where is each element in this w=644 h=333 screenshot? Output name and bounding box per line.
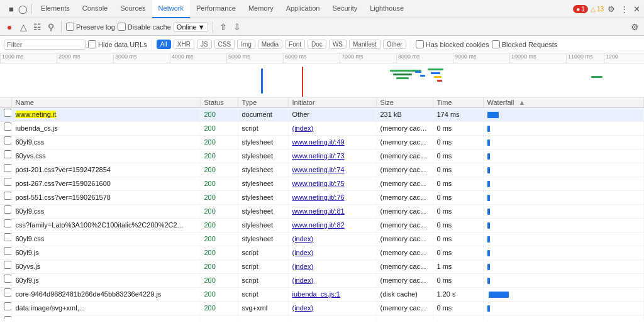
row-initiator-link[interactable]: (index) [292, 235, 314, 243]
tab-performance[interactable]: Performance [190, 0, 242, 18]
row-checkbox[interactable] [4, 205, 11, 214]
preserve-log-checkbox[interactable]: Preserve log [66, 23, 115, 31]
row-initiator[interactable]: (index):315 [288, 315, 376, 320]
filter-media-btn[interactable]: Media [258, 40, 282, 49]
row-initiator-link[interactable]: (index) [292, 249, 314, 256]
device-icon[interactable]: ◯ [18, 4, 28, 14]
record-button[interactable]: ● [4, 21, 15, 33]
row-checkbox[interactable] [4, 109, 11, 117]
tab-sources[interactable]: Sources [114, 0, 152, 18]
filter-js-btn[interactable]: JS [197, 40, 212, 49]
row-name[interactable]: post-267.css?ver=1590261600 [11, 177, 200, 191]
table-row[interactable]: post-267.css?ver=1590261600200stylesheet… [0, 177, 644, 191]
row-checkbox[interactable] [4, 288, 11, 297]
table-row[interactable]: iubenda_cs.js200script(index)(memory cac… [0, 122, 644, 136]
tab-network[interactable]: Network [152, 0, 190, 18]
row-initiator-link[interactable]: www.neting.it/:81 [292, 207, 345, 215]
row-checkbox[interactable] [4, 150, 11, 158]
row-name[interactable]: 60yvs.css [11, 150, 200, 163]
row-initiator[interactable]: (index) [288, 122, 376, 136]
row-initiator[interactable]: iubenda_cs.js:1 [288, 288, 376, 302]
col-type-header[interactable]: Type [238, 97, 288, 108]
col-size-header[interactable]: Size [376, 97, 433, 108]
filter-doc-btn[interactable]: Doc [308, 40, 326, 49]
tab-lighthouse[interactable]: Lighthouse [364, 0, 410, 18]
filter-manifest-btn[interactable]: Manifest [349, 40, 380, 49]
table-row[interactable]: 60yvs.js200script(index)(memory cac...1 … [0, 260, 644, 274]
row-checkbox[interactable] [4, 164, 11, 172]
row-checkbox[interactable] [4, 261, 11, 269]
filter-css-btn[interactable]: CSS [214, 40, 235, 49]
export-button[interactable]: ⇩ [231, 21, 243, 33]
table-row[interactable]: 60yl9.css200stylesheet(index)(memory cac… [0, 232, 644, 246]
row-checkbox[interactable] [4, 219, 11, 227]
row-initiator-link[interactable]: www.neting.it/:73 [292, 152, 345, 160]
col-name-header[interactable]: Name [11, 97, 200, 108]
row-name[interactable]: 60yl9.css [11, 205, 200, 219]
row-checkbox[interactable] [4, 316, 11, 319]
table-row[interactable]: 60yl9.css200stylesheetwww.neting.it/:81(… [0, 205, 644, 219]
row-name[interactable]: post-201.css?ver=1592472854 [11, 163, 200, 177]
table-row[interactable]: post-551.css?ver=1590261578200stylesheet… [0, 191, 644, 205]
row-initiator[interactable]: www.neting.it/:82 [288, 219, 376, 232]
row-name[interactable]: data:image/svg+xml,... [11, 302, 200, 315]
row-initiator-link[interactable]: www.neting.it/:75 [292, 180, 345, 187]
row-name[interactable]: core-9464d9682481b266de45bb83236e4229.js [11, 288, 200, 302]
tab-memory[interactable]: Memory [242, 0, 280, 18]
row-initiator-link[interactable]: www.neting.it/:74 [292, 166, 345, 173]
filter-input[interactable] [7, 41, 82, 48]
search-button[interactable]: ⚲ [45, 21, 57, 33]
filter-xhr-btn[interactable]: XHR [174, 40, 194, 49]
row-initiator[interactable]: www.neting.it/:75 [288, 177, 376, 191]
tab-elements[interactable]: Elements [35, 0, 76, 18]
network-settings-icon[interactable]: ⚙ [629, 21, 640, 33]
filter-font-btn[interactable]: Font [285, 40, 305, 49]
row-initiator[interactable]: (index) [288, 274, 376, 288]
row-name[interactable]: 60yl9.css [11, 136, 200, 150]
table-row[interactable]: www.neting.it200documentOther231 kB174 m… [0, 108, 644, 122]
row-initiator-link[interactable]: www.neting.it/:49 [292, 138, 345, 146]
row-initiator-link[interactable]: (index) [292, 276, 314, 284]
table-row[interactable]: gtm.js?id=GTM-TTCN9P200script(index):315… [0, 315, 644, 320]
row-initiator-link[interactable]: www.neting.it/:82 [292, 221, 345, 229]
row-name[interactable]: iubenda_cs.js [11, 122, 200, 136]
row-initiator[interactable]: (index) [288, 260, 376, 274]
blocked-requests-checkbox[interactable] [492, 40, 500, 48]
row-initiator[interactable]: www.neting.it/:49 [288, 136, 376, 150]
col-waterfall-header[interactable]: Waterfall ▲ [483, 97, 644, 108]
hide-data-urls-label[interactable]: Hide data URLs [88, 40, 147, 48]
timeline-area[interactable]: 1000 ms2000 ms3000 ms4000 ms5000 ms6000 … [0, 53, 644, 97]
filter-all-btn[interactable]: All [157, 40, 171, 49]
has-blocked-label[interactable]: Has blocked cookies [416, 40, 489, 48]
filter-img-btn[interactable]: Img [237, 40, 255, 49]
row-checkbox[interactable] [4, 233, 11, 241]
col-time-header[interactable]: Time [433, 97, 483, 108]
disable-cache-checkbox[interactable]: Disable cache [118, 23, 171, 31]
table-row[interactable]: 60yl9.js200script(index)(memory cac...0 … [0, 274, 644, 288]
row-initiator[interactable]: (index) [288, 232, 376, 246]
close-icon[interactable]: ✕ [631, 4, 641, 14]
throttle-select[interactable]: Online ▼ [174, 22, 208, 32]
row-name[interactable]: 60yl9.js [11, 274, 200, 288]
col-status-header[interactable]: Status [200, 97, 238, 108]
col-initiator-header[interactable]: Initiator [288, 97, 376, 108]
table-row[interactable]: css?family=Lato%3A100%2C100italic%2C200%… [0, 219, 644, 232]
row-initiator-link[interactable]: (index) [292, 263, 314, 270]
import-button[interactable]: ⇧ [218, 21, 229, 33]
table-row[interactable]: post-201.css?ver=1592472854200stylesheet… [0, 163, 644, 177]
tab-console[interactable]: Console [76, 0, 114, 18]
row-initiator[interactable]: (index) [288, 246, 376, 260]
hide-data-urls-checkbox[interactable] [88, 40, 96, 48]
row-initiator[interactable]: www.neting.it/:76 [288, 191, 376, 205]
row-name[interactable]: www.neting.it [11, 108, 200, 122]
row-initiator[interactable]: www.neting.it/:73 [288, 150, 376, 163]
network-table-container[interactable]: Name Status Type Initiator Size Time Wat… [0, 97, 644, 319]
row-initiator[interactable]: www.neting.it/:74 [288, 163, 376, 177]
inspect-icon[interactable]: ■ [6, 4, 16, 14]
row-checkbox[interactable] [4, 302, 11, 310]
row-initiator[interactable]: www.neting.it/:81 [288, 205, 376, 219]
row-initiator-link[interactable]: www.neting.it/:76 [292, 194, 345, 201]
filter-ws-btn[interactable]: WS [329, 40, 347, 49]
row-initiator-link[interactable]: (index) [292, 124, 314, 132]
row-name[interactable]: 60yl9.css [11, 232, 200, 246]
